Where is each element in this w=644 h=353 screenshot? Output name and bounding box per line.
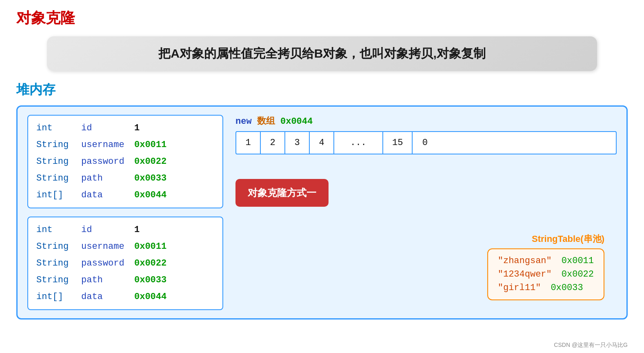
clone-button[interactable]: 对象克隆方式一 (235, 179, 329, 207)
field-path: path (81, 172, 134, 185)
type-intarr: int[] (36, 290, 81, 304)
type-int: int (36, 223, 81, 237)
page-container: 对象克隆 把A对象的属性值完全拷贝给B对象，也叫对象拷贝,对象复制 堆内存 in… (0, 0, 644, 353)
string-table-title: StringTable(串池) (532, 233, 604, 245)
array-cell: 1 (236, 132, 261, 154)
type-string: String (36, 257, 81, 270)
description-box: 把A对象的属性值完全拷贝给B对象，也叫对象拷贝,对象复制 (47, 36, 597, 71)
field-id: id (81, 121, 134, 135)
table-row: int[] data 0x0044 (36, 290, 214, 304)
str-value: "girl11" (498, 283, 541, 293)
table-row: int id 1 (36, 223, 214, 237)
value-1: 1 (134, 223, 140, 237)
string-row: "zhangsan" 0x0011 (498, 256, 594, 266)
field-data: data (81, 188, 134, 202)
array-label: new 数组 0x0044 (235, 115, 617, 127)
value-0x0022: 0x0022 (134, 155, 167, 168)
array-cells: 1 2 3 4 ... 15 0 (235, 131, 617, 154)
table-row: String path 0x0033 (36, 172, 214, 185)
str-addr: 0x0011 (562, 256, 594, 266)
value-0x0033: 0x0033 (134, 273, 167, 287)
table-row: int[] data 0x0044 (36, 188, 214, 202)
value-0x0044: 0x0044 (134, 188, 167, 202)
field-path: path (81, 273, 134, 287)
str-value: "1234qwer" (498, 269, 552, 279)
field-password: password (81, 155, 134, 168)
type-string: String (36, 240, 81, 253)
watermark: CSDN @这里有一只小马比G (554, 342, 628, 349)
array-section: new 数组 0x0044 1 2 3 4 ... 15 0 (235, 115, 617, 154)
table-row: String password 0x0022 (36, 257, 214, 270)
left-panel: int id 1 String username 0x0011 String p… (27, 115, 223, 310)
str-addr: 0x0022 (562, 269, 594, 279)
new-keyword: new (235, 116, 257, 127)
array-address: 0x0044 (280, 116, 313, 127)
right-content: new 数组 0x0044 1 2 3 4 ... 15 0 对象克隆方式一 S… (235, 115, 617, 310)
type-string: String (36, 273, 81, 287)
object-box-1: int id 1 String username 0x0011 String p… (27, 115, 223, 208)
type-string: String (36, 138, 81, 152)
value-1: 1 (134, 121, 140, 135)
object-box-2: int id 1 String username 0x0011 String p… (27, 217, 223, 310)
value-0x0033: 0x0033 (134, 172, 167, 185)
field-id: id (81, 223, 134, 237)
array-cell: 0 (413, 132, 437, 154)
table-row: int id 1 (36, 121, 214, 135)
value-0x0011: 0x0011 (134, 240, 167, 253)
str-value: "zhangsan" (498, 256, 552, 266)
string-table-section: StringTable(串池) "zhangsan" 0x0011 "1234q… (487, 233, 604, 300)
string-row: "girl11" 0x0033 (498, 283, 594, 293)
value-0x0022: 0x0022 (134, 257, 167, 270)
field-password: password (81, 257, 134, 270)
value-0x0044: 0x0044 (134, 290, 167, 304)
value-0x0011: 0x0011 (134, 138, 167, 152)
type-string: String (36, 172, 81, 185)
section-heap-title: 堆内存 (16, 81, 628, 99)
str-addr: 0x0033 (551, 283, 583, 293)
table-row: String password 0x0022 (36, 155, 214, 168)
array-cell: 3 (285, 132, 310, 154)
string-table-box: "zhangsan" 0x0011 "1234qwer" 0x0022 "gir… (487, 248, 604, 300)
main-title: 对象克隆 (16, 8, 628, 28)
table-row: String username 0x0011 (36, 240, 214, 253)
description-text: 把A对象的属性值完全拷贝给B对象，也叫对象拷贝,对象复制 (158, 47, 486, 60)
field-username: username (81, 240, 134, 253)
array-cell-ellipsis: ... (334, 132, 383, 154)
array-cell: 15 (383, 132, 413, 154)
string-row: "1234qwer" 0x0022 (498, 269, 594, 279)
heap-container: int id 1 String username 0x0011 String p… (16, 105, 628, 319)
type-int: int (36, 121, 81, 135)
array-classname: 数组 (257, 116, 280, 127)
field-username: username (81, 138, 134, 152)
type-intarr: int[] (36, 188, 81, 202)
array-cell: 4 (310, 132, 334, 154)
array-cell: 2 (261, 132, 285, 154)
field-data: data (81, 290, 134, 304)
type-string: String (36, 155, 81, 168)
table-row: String path 0x0033 (36, 273, 214, 287)
table-row: String username 0x0011 (36, 138, 214, 152)
